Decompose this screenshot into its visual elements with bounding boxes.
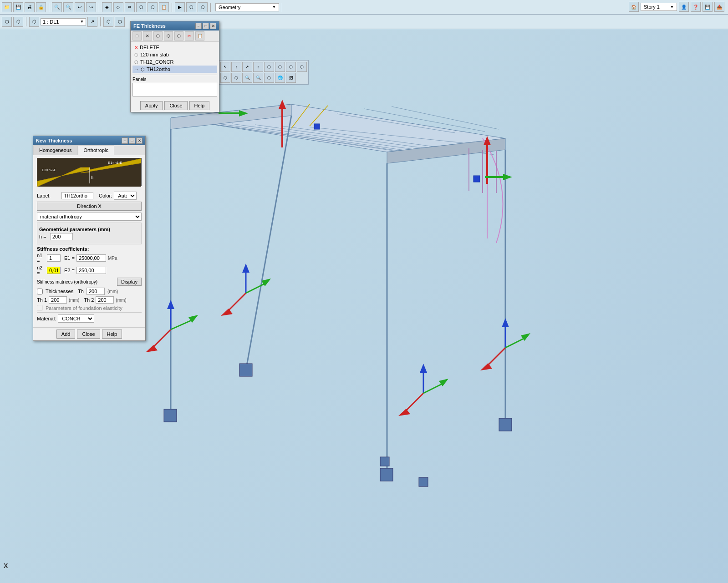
fe-icon-5[interactable]: ⬡ — [264, 62, 274, 72]
fe-icon-8[interactable]: ⬡ — [297, 62, 307, 72]
fe-dialog-toolbar: □ ✕ ⬡ ⬡ ⬡ ✂ 📋 — [131, 30, 219, 42]
stiffness-matrices-label: Stiffness matrices (orthotropy) — [37, 279, 115, 284]
fe-icon-14[interactable]: 🌐 — [275, 73, 285, 83]
story-dropdown[interactable]: Story 1 — [641, 3, 677, 11]
display-btn[interactable]: Display — [117, 278, 142, 286]
toolbar2-icon-6[interactable]: ⬡ — [115, 17, 125, 27]
n1-input[interactable] — [47, 254, 61, 262]
nt-help-btn[interactable]: Help — [102, 330, 122, 339]
toolbar-icon-16[interactable]: ⬡ — [186, 2, 196, 12]
direction-x-btn[interactable]: Direction X — [37, 202, 142, 211]
material-select[interactable]: CONCR — [58, 314, 94, 323]
story-icon-4[interactable]: 💾 — [703, 2, 713, 12]
toolbar-icon-13[interactable]: ⬡ — [148, 2, 158, 12]
fe-icon-7[interactable]: ⬡ — [286, 62, 296, 72]
tab-orthotropic[interactable]: Orthotropic — [78, 145, 114, 155]
concr-icon: ⬡ — [134, 60, 138, 65]
fe-icon-6[interactable]: ⬡ — [275, 62, 285, 72]
color-select[interactable]: Auto — [114, 192, 137, 200]
fe-icon-15[interactable]: 🖼 — [286, 73, 296, 83]
foundation-checkbox[interactable] — [37, 305, 43, 311]
fe-icon-13[interactable]: ⬡ — [264, 73, 274, 83]
orthotropy-select[interactable]: material orthotropy — [37, 213, 142, 221]
fe-icon-10[interactable]: ⬡ — [231, 73, 241, 83]
toolbar-icon-5[interactable]: 🔍 — [52, 2, 62, 12]
tab-homogeneous[interactable]: Homogeneous — [33, 145, 78, 155]
geometry-dropdown[interactable]: Geometry — [215, 3, 279, 11]
fe-icon-2[interactable]: ↑ — [231, 62, 241, 72]
nt-close-btn[interactable]: Close — [77, 330, 100, 339]
toolbar-icon-12[interactable]: ⬡ — [136, 2, 146, 12]
fe-icon-e[interactable]: 📋 — [195, 31, 204, 41]
toolbar2-icon-1[interactable]: ⬡ — [2, 17, 12, 27]
toolbar2-sep-2 — [100, 17, 101, 26]
fe-icon-4[interactable]: ↕ — [253, 62, 263, 72]
nt-restore-btn[interactable]: □ — [129, 137, 135, 144]
nt-close-btn[interactable]: ✕ — [136, 137, 143, 144]
toolbar-icon-11[interactable]: ✏ — [125, 2, 135, 12]
story-icon-3[interactable]: ❓ — [691, 2, 701, 12]
toolbar2-icon-5[interactable]: ⬡ — [103, 17, 113, 27]
toolbar-icon-2[interactable]: 💾 — [13, 2, 23, 12]
h-row: h = — [39, 233, 139, 240]
toolbar-icon-8[interactable]: ↪ — [86, 2, 96, 12]
fe-icon-c[interactable]: ⬡ — [174, 31, 183, 41]
story-icon-1[interactable]: 🏠 — [629, 2, 639, 12]
fe-new-icon[interactable]: □ — [132, 31, 142, 41]
force-rb-head-1 — [480, 363, 492, 370]
nt-add-btn[interactable]: Add — [56, 330, 76, 339]
fe-apply-btn[interactable]: Apply — [140, 101, 163, 110]
nt-titlebar-icons: − □ ✕ — [122, 137, 143, 144]
nt-titlebar: New Thickness − □ ✕ — [33, 136, 145, 145]
h-input[interactable] — [50, 233, 73, 240]
fe-icon-1[interactable]: ↖ — [220, 62, 230, 72]
Th1-input[interactable] — [49, 296, 67, 304]
toolbar-icon-10[interactable]: ◇ — [113, 2, 123, 12]
toolbar-icon-14[interactable]: 📋 — [159, 2, 169, 12]
fe-list-item-slab[interactable]: ⬡ 120 mm slab — [132, 51, 217, 58]
fe-icon-11[interactable]: 🔍 — [242, 73, 252, 83]
dl1-dropdown[interactable]: 1 : DL1 — [41, 18, 86, 25]
fe-icon-d[interactable]: ✂ — [185, 31, 194, 41]
story-icon-5[interactable]: 📤 — [714, 2, 724, 12]
toolbar-row-1: 📁 💾 🖨 🔒 🔍 🔍 ↩ ↪ ◈ ◇ ✏ ⬡ ⬡ 📋 ▶ ⬡ ⬡ Geomet… — [0, 0, 728, 15]
fe-icon-9[interactable]: ⬡ — [220, 73, 230, 83]
toolbar-icon-1[interactable]: 📁 — [2, 2, 12, 12]
fe-list-item-delete[interactable]: ✕ DELETE — [132, 44, 217, 51]
fe-close-btn[interactable]: ✕ — [210, 23, 216, 29]
force-bb-head-1 — [398, 409, 410, 416]
toolbar-icon-3[interactable]: 🖨 — [25, 2, 35, 12]
E1-input[interactable] — [76, 254, 106, 262]
Th-input[interactable] — [87, 288, 105, 295]
story-icon-2[interactable]: 👤 — [679, 2, 689, 12]
fe-minimize-btn[interactable]: − — [195, 23, 202, 29]
toolbar-icon-9[interactable]: ◈ — [102, 2, 112, 12]
toolbar-icon-4[interactable]: 🔒 — [36, 2, 46, 12]
ortho-type-icon: ⬡ — [141, 67, 145, 72]
fe-list-item-concr[interactable]: ⬡ TH12_CONCR — [132, 58, 217, 66]
toolbar2-icon-4[interactable]: ↗ — [87, 17, 97, 27]
fe-icon-3[interactable]: ↗ — [242, 62, 252, 72]
toolbar2-icon-3[interactable]: ⬡ — [29, 17, 39, 27]
toolbar-icon-17[interactable]: ⬡ — [198, 2, 208, 12]
Th2-input[interactable] — [96, 296, 114, 304]
toolbar2-icon-2[interactable]: ⬡ — [13, 17, 23, 27]
force-green-head-2 — [503, 174, 512, 180]
nt-minimize-btn[interactable]: − — [122, 137, 128, 144]
n2-input[interactable] — [47, 267, 61, 274]
E2-input[interactable] — [76, 267, 106, 274]
fe-restore-btn[interactable]: □ — [203, 23, 209, 29]
toolbar-icon-7[interactable]: ↩ — [75, 2, 85, 12]
fe-close-dialog-btn[interactable]: Close — [164, 101, 187, 110]
fe-icon-a[interactable]: ⬡ — [153, 31, 163, 41]
thicknesses-checkbox[interactable] — [37, 289, 43, 294]
label-input[interactable] — [61, 192, 93, 199]
toolbar-icon-6[interactable]: 🔍 — [63, 2, 73, 12]
fe-icon-b[interactable]: ⬡ — [164, 31, 173, 41]
panels-textarea[interactable] — [132, 83, 217, 96]
fe-help-btn[interactable]: Help — [189, 101, 210, 110]
fe-delete-icon[interactable]: ✕ — [143, 31, 152, 41]
fe-list-item-ortho[interactable]: → ⬡ TH12ortho — [132, 66, 217, 73]
toolbar-icon-15[interactable]: ▶ — [175, 2, 185, 12]
fe-icon-12[interactable]: 🔍 — [253, 73, 263, 83]
